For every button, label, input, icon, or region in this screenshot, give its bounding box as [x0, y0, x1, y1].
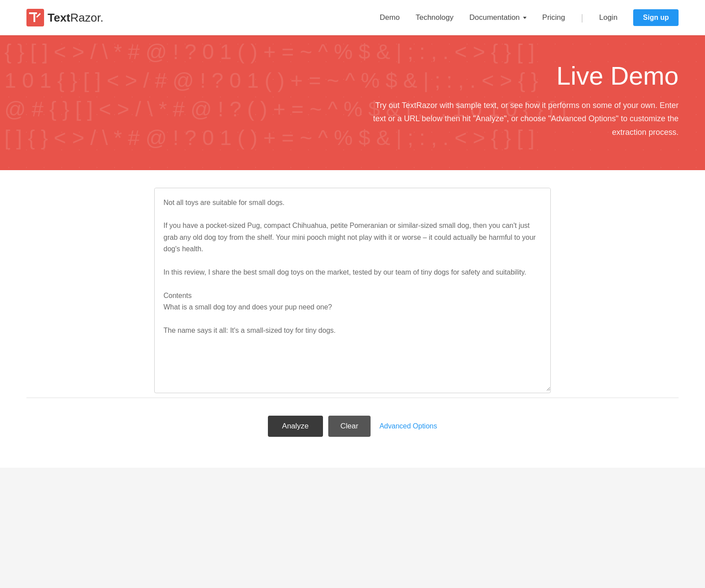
navbar: TextRazor. Demo Technology Documentation… [0, 0, 705, 35]
nav-item-documentation[interactable]: Documentation [469, 13, 526, 22]
hero-title: Live Demo [370, 62, 679, 90]
advanced-options-link[interactable]: Advanced Options [379, 422, 437, 430]
hero-content: Live Demo Try out TextRazor with sample … [370, 62, 679, 139]
hero-section: { } [ ] < > / \ * # @ ! ? 0 1 ( ) + = ~ … [0, 35, 705, 170]
nav-divider: | [581, 13, 583, 22]
demo-textarea[interactable] [155, 188, 550, 391]
nav-item-demo[interactable]: Demo [380, 13, 400, 22]
logo-text: TextRazor. [48, 11, 104, 25]
nav-links: Demo Technology Documentation Pricing | … [380, 9, 679, 26]
logo-icon [26, 9, 44, 26]
nav-item-technology[interactable]: Technology [416, 13, 453, 22]
documentation-chevron-icon [523, 17, 527, 19]
svg-rect-2 [33, 12, 35, 22]
hero-subtitle: Try out TextRazor with sample text, or s… [370, 99, 679, 139]
logo[interactable]: TextRazor. [26, 9, 104, 26]
main-content: Analyze Clear Advanced Options [0, 170, 705, 468]
nav-item-pricing[interactable]: Pricing [542, 13, 565, 22]
signup-button[interactable]: Sign up [633, 9, 679, 26]
svg-rect-1 [29, 12, 37, 14]
divider [26, 398, 679, 398]
actions-row: Analyze Clear Advanced Options [26, 411, 679, 446]
clear-button[interactable]: Clear [328, 416, 371, 437]
nav-login[interactable]: Login [599, 13, 618, 22]
analyze-button[interactable]: Analyze [268, 416, 323, 437]
textarea-container [154, 188, 551, 393]
